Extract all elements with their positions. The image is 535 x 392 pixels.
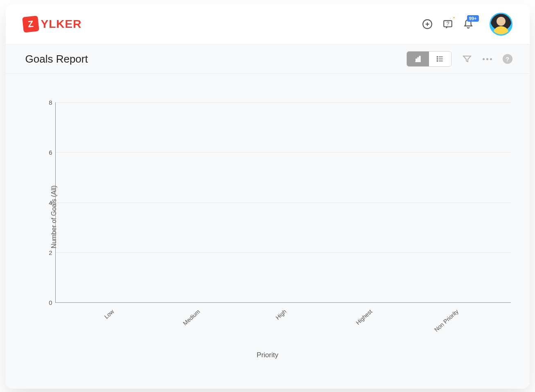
chat-question-icon: ? — [442, 19, 453, 29]
filter-button[interactable] — [462, 54, 472, 64]
view-toggle — [406, 51, 451, 67]
x-axis-label: Priority — [20, 351, 515, 359]
subheader-actions: ? — [406, 51, 512, 67]
dot-icon — [486, 58, 488, 60]
user-avatar[interactable] — [490, 13, 512, 36]
svg-rect-8 — [419, 56, 420, 61]
bar-chart-icon — [414, 55, 422, 63]
y-tick-label: 2 — [39, 249, 52, 256]
svg-point-12 — [437, 56, 438, 57]
y-tick-label: 4 — [39, 199, 52, 206]
svg-rect-6 — [416, 59, 417, 62]
dot-icon — [490, 58, 492, 60]
svg-point-13 — [437, 59, 438, 59]
chart-view-button[interactable] — [407, 52, 429, 66]
grid-line — [56, 102, 511, 103]
grid-line — [56, 252, 511, 253]
brand-logo[interactable]: Z YLKER — [23, 16, 82, 32]
brand-text: YLKER — [41, 18, 82, 31]
x-tick-label: Non Priority — [433, 308, 460, 333]
x-tick-label: Medium — [182, 308, 201, 327]
chart-frame: Number of Goals (All) LowMediumHighHighe… — [20, 102, 515, 331]
more-options-button[interactable] — [483, 58, 492, 60]
add-button[interactable] — [422, 18, 433, 30]
filter-icon — [462, 54, 472, 64]
app-window: Z YLKER ? 99+ Goals Report — [6, 4, 530, 389]
grid-line — [56, 152, 511, 153]
svg-rect-7 — [418, 58, 419, 62]
plus-circle-icon — [422, 19, 433, 29]
grid-line — [56, 203, 511, 203]
notifications-button[interactable]: 99+ — [463, 18, 474, 30]
header-actions: ? 99+ — [422, 13, 512, 36]
svg-text:?: ? — [446, 20, 449, 27]
y-tick-label: 8 — [39, 99, 52, 106]
chart-area: Number of Goals (All) LowMediumHighHighe… — [6, 74, 530, 389]
chart-plot: LowMediumHighHighestNon Priority 02468 — [55, 102, 511, 303]
page-subheader: Goals Report ? — [6, 44, 530, 74]
page-title: Goals Report — [25, 53, 88, 65]
brand-badge: Z — [22, 16, 39, 33]
y-tick-label: 6 — [39, 149, 52, 156]
app-header: Z YLKER ? 99+ — [6, 4, 530, 44]
x-tick-label: Low — [103, 308, 115, 320]
dot-icon — [483, 58, 485, 60]
list-view-button[interactable] — [429, 52, 451, 66]
x-tick-label: High — [274, 308, 287, 321]
help-button[interactable]: ? — [503, 54, 512, 64]
help-chat-button[interactable]: ? — [442, 18, 454, 30]
svg-point-14 — [437, 61, 438, 61]
x-tick-label: Highest — [355, 308, 374, 326]
notification-count-badge: 99+ — [467, 15, 479, 22]
y-tick-label: 0 — [39, 299, 52, 306]
list-icon — [436, 55, 444, 63]
